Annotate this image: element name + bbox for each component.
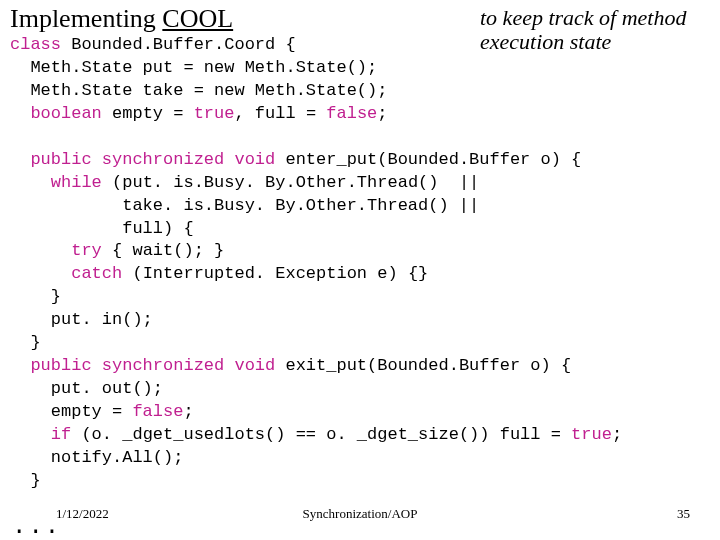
code-text (10, 241, 71, 260)
code-text: full) { (10, 219, 194, 238)
code-text: enter_put(Bounded.Buffer o) { (275, 150, 581, 169)
code-text: exit_put(Bounded.Buffer o) { (275, 356, 571, 375)
code-text (10, 356, 30, 375)
code-text: { wait(); } (102, 241, 224, 260)
code-text: } (10, 287, 61, 306)
kw-try: try (71, 241, 102, 260)
code-text: take. is.Busy. By.Other.Thread() || (10, 196, 479, 215)
code-text: empty = (10, 402, 132, 421)
code-text (10, 264, 71, 283)
code-text: } (10, 333, 41, 352)
code-text: (put. is.Busy. By.Other.Thread() || (102, 173, 479, 192)
footer-page-number: 35 (677, 506, 690, 522)
code-text: empty = (102, 104, 194, 123)
slide-title: Implementing COOL (10, 4, 233, 34)
title-cool: COOL (162, 4, 233, 33)
code-text: notify.All(); (10, 448, 183, 467)
code-text: (Interrupted. Exception e) {} (122, 264, 428, 283)
code-text: , full = (234, 104, 326, 123)
kw-false: false (326, 104, 377, 123)
code-text: ; (377, 104, 387, 123)
kw-public-sync-void: public synchronized void (30, 150, 275, 169)
code-text: Bounded.Buffer.Coord { (61, 35, 296, 54)
kw-while: while (51, 173, 102, 192)
code-text (10, 173, 51, 192)
kw-if: if (51, 425, 71, 444)
code-text (10, 425, 51, 444)
code-text: ; (612, 425, 622, 444)
code-text (10, 104, 30, 123)
kw-class: class (10, 35, 61, 54)
code-text (10, 150, 30, 169)
kw-boolean: boolean (30, 104, 101, 123)
code-text: Meth.State take = new Meth.State(); (10, 81, 387, 100)
code-text: (o. _dget_usedlots() == o. _dget_size())… (71, 425, 571, 444)
code-text: } (10, 471, 41, 490)
footer-title: Synchronization/AOP (0, 506, 720, 522)
kw-catch: catch (71, 264, 122, 283)
kw-true: true (194, 104, 235, 123)
code-text: put. in(); (10, 310, 153, 329)
kw-false: false (132, 402, 183, 421)
code-text: Meth.State put = new Meth.State(); (10, 58, 377, 77)
code-text: ; (183, 402, 193, 421)
code-block: class Bounded.Buffer.Coord { Meth.State … (10, 34, 622, 493)
kw-true: true (571, 425, 612, 444)
kw-public-sync-void: public synchronized void (30, 356, 275, 375)
title-prefix: Implementing (10, 4, 162, 33)
code-text: put. out(); (10, 379, 163, 398)
